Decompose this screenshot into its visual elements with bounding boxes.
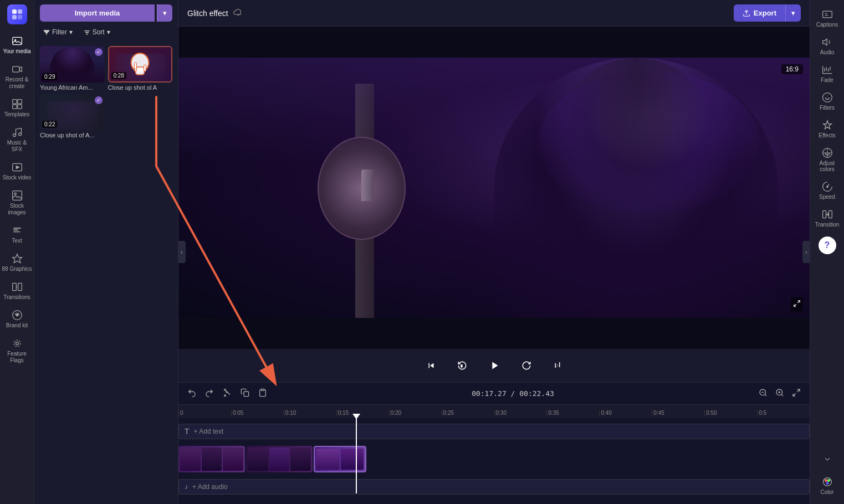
timeline-content[interactable]: 0 0:05 0:10 0:15 0:20 0:25 0:30 0:35 0:4… <box>178 405 810 504</box>
timeline-toolbar: 00:17.27 / 00:22.43 <box>178 383 810 405</box>
effects-label: Effects <box>819 132 835 138</box>
forward-icon <box>521 361 531 371</box>
sidebar-bottom-collapse-button[interactable] <box>821 452 834 467</box>
skip-to-start-icon <box>426 361 436 371</box>
zoom-out-button[interactable] <box>756 386 770 401</box>
media-item-1[interactable]: 0:28 Close up shot ol A <box>108 46 173 91</box>
thumb-label-2: Close up shot of A... <box>40 132 105 138</box>
fade-icon <box>822 64 833 75</box>
svg-point-15 <box>14 193 16 194</box>
undo-button[interactable] <box>185 386 198 401</box>
media-thumb-0[interactable]: 0:29 ✓ <box>40 46 105 83</box>
video-clip-2[interactable] <box>314 446 366 472</box>
ruler-mark-5: 0:25 <box>442 410 494 416</box>
svg-rect-9 <box>12 105 17 109</box>
media-item-2[interactable]: 0:22 ✓ Close up shot of A... <box>40 94 105 139</box>
import-media-button[interactable]: Import media <box>40 4 155 22</box>
text-track-row: T + Add text <box>178 421 810 441</box>
color-icon <box>822 476 833 487</box>
svg-point-47 <box>822 93 832 102</box>
sidebar-item-stock-video[interactable]: Stock video <box>0 157 34 186</box>
mic-body <box>361 169 374 200</box>
ruler-marks: 0 0:05 0:10 0:15 0:20 0:25 0:30 0:35 0:4… <box>178 410 810 416</box>
right-tool-speed[interactable]: Speed <box>810 177 845 204</box>
skip-to-end-button[interactable] <box>548 356 567 376</box>
export-button[interactable]: Export <box>734 4 785 22</box>
media-grid: 0:29 ✓ Young African Am... 0:28 <box>34 43 178 142</box>
right-tool-filters[interactable]: Filters <box>810 88 845 115</box>
thumb-label-0: Young African Am... <box>40 84 105 91</box>
media-thumb-1[interactable]: 0:28 <box>108 46 173 83</box>
redo-button[interactable] <box>203 386 216 401</box>
sidebar-item-graphics[interactable]: 88 Graphics <box>0 249 34 277</box>
video-preview: 16:9 <box>178 27 810 349</box>
timeline-playhead[interactable] <box>356 416 357 493</box>
sidebar-item-label-stock-video: Stock video <box>3 174 32 181</box>
right-tool-captions[interactable]: Captions <box>810 4 845 32</box>
play-pause-button[interactable] <box>483 354 505 377</box>
rewind-button[interactable]: 5 <box>452 356 472 376</box>
ruler-mark-8: 0:40 <box>599 410 652 416</box>
export-icon <box>743 9 750 17</box>
collapse-right-sidebar-button[interactable]: › <box>802 241 810 263</box>
copy-button[interactable] <box>238 386 252 401</box>
filter-button[interactable]: Filter ▾ <box>40 26 76 38</box>
export-dropdown-button[interactable]: ▾ <box>785 4 801 22</box>
sidebar-item-record-create[interactable]: Record &create <box>0 59 34 94</box>
cloud-sync-icon <box>233 8 244 19</box>
right-tool-fade[interactable]: Fade <box>810 60 845 88</box>
video-track-row <box>178 444 810 475</box>
undo-icon <box>187 388 196 397</box>
sidebar-item-music-sfx[interactable]: Music & SFX <box>0 122 34 157</box>
chevron-down-icon <box>823 455 832 464</box>
cut-button[interactable] <box>221 386 234 401</box>
forward-button[interactable] <box>516 356 536 376</box>
text-track[interactable]: T + Add text <box>178 424 810 439</box>
import-media-dropdown-button[interactable]: ▾ <box>157 4 172 22</box>
right-tool-effects[interactable]: Effects <box>810 115 845 143</box>
fullscreen-button[interactable] <box>791 297 803 311</box>
svg-point-21 <box>16 342 18 345</box>
zoom-out-icon <box>759 388 768 397</box>
sidebar-item-feature-flags[interactable]: Feature Flags <box>0 333 34 368</box>
help-button[interactable]: ? <box>819 236 836 254</box>
svg-line-44 <box>793 393 796 396</box>
right-tool-color[interactable]: Color <box>810 472 845 500</box>
sidebar-item-text[interactable]: Text <box>0 220 34 249</box>
sidebar-item-brand-kit[interactable]: Brand kit <box>0 305 34 333</box>
fit-timeline-button[interactable] <box>790 386 803 401</box>
paste-icon <box>258 388 267 397</box>
time-display: 00:17.27 / 00:22.43 <box>274 389 752 398</box>
sidebar-item-transitions[interactable]: Transitions <box>0 277 34 305</box>
sidebar-item-stock-images[interactable]: Stock images <box>0 186 34 220</box>
zoom-in-button[interactable] <box>773 386 786 401</box>
ruler-mark-9: 0:45 <box>652 410 704 416</box>
svg-rect-14 <box>12 191 22 200</box>
right-tool-transition[interactable]: Transition <box>810 204 845 232</box>
right-tool-adjust-colors[interactable]: Adjustcolors <box>810 143 845 177</box>
text-icon-track: T <box>185 427 190 436</box>
paste-button[interactable] <box>256 386 269 401</box>
svg-rect-18 <box>18 283 22 290</box>
media-item-0[interactable]: 0:29 ✓ Young African Am... <box>40 46 105 91</box>
video-clip-1[interactable] <box>246 446 313 472</box>
cut-icon <box>223 388 232 397</box>
transitions-icon <box>12 281 23 292</box>
svg-rect-34 <box>244 392 249 397</box>
sidebar-item-label-text: Text <box>12 238 22 244</box>
sort-button[interactable]: Sort ▾ <box>80 26 114 38</box>
sidebar-item-label-feature-flags: Feature Flags <box>2 351 32 364</box>
ruler-mark-10: 0:50 <box>704 410 757 416</box>
right-tool-audio[interactable]: Audio <box>810 32 845 60</box>
sidebar-item-templates[interactable]: Templates <box>0 94 34 122</box>
skip-to-start-button[interactable] <box>421 356 441 376</box>
video-clip-0[interactable] <box>178 446 245 472</box>
audio-track[interactable]: ♪ + Add audio <box>178 479 810 495</box>
media-thumb-2[interactable]: 0:22 ✓ <box>40 94 105 131</box>
sidebar-item-label-music: Music & SFX <box>2 140 32 153</box>
collapse-media-panel-button[interactable]: ‹ <box>178 241 186 263</box>
top-glow <box>178 58 810 162</box>
sidebar-item-your-media[interactable]: Your media <box>0 31 34 59</box>
svg-line-37 <box>765 394 766 396</box>
stock-images-icon <box>12 190 23 201</box>
